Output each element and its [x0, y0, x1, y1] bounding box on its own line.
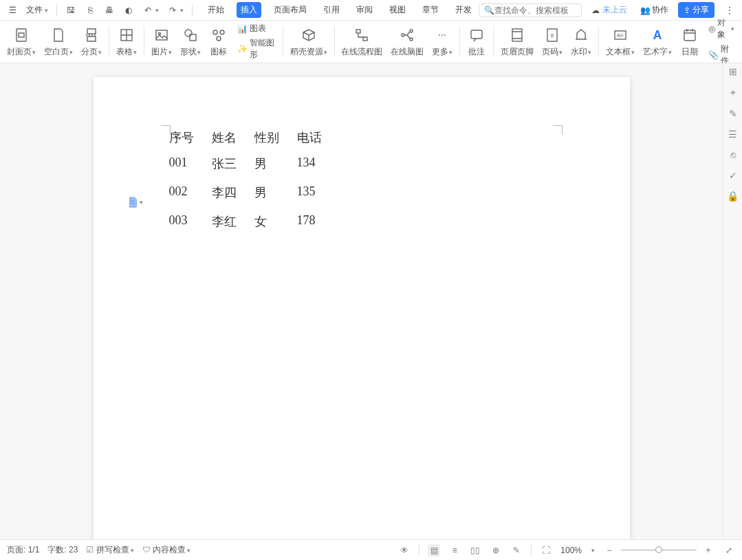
- comment-icon: [467, 25, 486, 45]
- side-tool-lock[interactable]: 🔒: [727, 191, 739, 202]
- redo-button[interactable]: ↷▾: [164, 3, 186, 17]
- pagenumber-button[interactable]: # 页码▾: [538, 21, 567, 63]
- tab-view[interactable]: 视图: [385, 2, 410, 18]
- textbox-icon: A≡: [611, 25, 630, 45]
- chart-label: 图表: [250, 23, 266, 34]
- shape-button[interactable]: 形状▾: [176, 21, 205, 63]
- document-page[interactable]: ▾ 序号 姓名 性别 电话 001 张三 男 134 002 李四: [94, 77, 630, 539]
- hamburger-menu[interactable]: ☰: [4, 3, 21, 17]
- shield-icon: 🛡: [142, 545, 151, 554]
- picture-button[interactable]: 图片▾: [147, 21, 176, 63]
- textbox-button[interactable]: A≡ 文本框▾: [602, 21, 639, 63]
- word-count[interactable]: 字数: 23: [47, 544, 78, 556]
- svg-point-14: [410, 38, 413, 41]
- side-tool-settings[interactable]: ⊞: [729, 66, 737, 77]
- saveas-button[interactable]: ⎘: [82, 3, 98, 17]
- side-tool-style[interactable]: ✎: [729, 108, 737, 119]
- divider: [109, 26, 109, 57]
- eye-mode-button[interactable]: 👁: [398, 544, 411, 557]
- fit-width-button[interactable]: ⛶: [540, 544, 552, 557]
- zoom-thumb[interactable]: [655, 546, 662, 553]
- chevron-down-icon: ▾: [140, 199, 143, 206]
- resource-button[interactable]: 稻壳资源▾: [286, 21, 331, 63]
- mindmap-button[interactable]: 在线脑图: [386, 21, 428, 63]
- page-break-button[interactable]: 分页▾: [77, 21, 106, 63]
- command-search[interactable]: 🔍: [479, 3, 582, 17]
- date-button[interactable]: 日期: [676, 21, 703, 63]
- side-tool-select[interactable]: ⌖: [730, 87, 736, 98]
- svg-rect-1: [19, 33, 24, 37]
- divider: [283, 26, 283, 57]
- headerfooter-button[interactable]: 页眉页脚: [497, 21, 538, 63]
- tab-review[interactable]: 审阅: [352, 2, 377, 18]
- blank-page-icon: [49, 25, 68, 45]
- fullscreen-button[interactable]: ⤢: [723, 544, 735, 557]
- comment-button[interactable]: 批注: [463, 21, 490, 63]
- chart-button[interactable]: 📊图表: [236, 22, 276, 35]
- search-input[interactable]: [494, 6, 570, 15]
- header-phone: 电话: [297, 129, 338, 146]
- view-reading-button[interactable]: ▯▯: [469, 544, 481, 557]
- file-menu[interactable]: 文件▾: [23, 3, 51, 17]
- cover-page-label: 封面页: [7, 47, 32, 56]
- print-button[interactable]: 🖶: [101, 3, 118, 17]
- cell-name: 李四: [212, 184, 243, 201]
- zoom-value[interactable]: 100%: [560, 546, 582, 555]
- svg-point-8: [220, 30, 224, 34]
- wordart-button[interactable]: A 艺术字▾: [639, 21, 676, 63]
- view-web-button[interactable]: ⊕: [490, 544, 502, 557]
- top-toolbar: ☰ 文件▾ 🖫 ⎘ 🖶 ◐ ↶▾ ↷▾ 开始 插入 页面布局 引用 审阅 视图 …: [0, 0, 742, 21]
- cloud-status[interactable]: ☁未上云: [587, 3, 630, 17]
- svg-rect-0: [17, 29, 26, 41]
- zoom-track[interactable]: [621, 549, 697, 551]
- zoom-in-button[interactable]: +: [702, 544, 714, 557]
- save-button[interactable]: 🖫: [63, 3, 79, 17]
- spellcheck-toggle[interactable]: ☑ 拼写检查▾: [86, 544, 133, 556]
- view-page-button[interactable]: ▤: [428, 544, 440, 557]
- table-icon: [117, 25, 136, 45]
- cell-gender: 男: [254, 184, 286, 201]
- page-indicator[interactable]: 页面: 1/1: [7, 544, 39, 556]
- pagenumber-icon: #: [543, 25, 562, 45]
- zoom-out-button[interactable]: −: [603, 544, 615, 557]
- object-button[interactable]: ◎对象▾: [707, 17, 736, 41]
- svg-text:#: #: [551, 32, 554, 39]
- blank-page-button[interactable]: 空白页▾: [40, 21, 77, 63]
- workspace: ▾ 序号 姓名 性别 电话 001 张三 男 134 002 李四: [0, 63, 742, 539]
- tab-page-layout[interactable]: 页面布局: [270, 2, 311, 18]
- view-outline-button[interactable]: ≡: [448, 544, 461, 557]
- more-menu[interactable]: ⋮: [721, 3, 738, 17]
- more-label: 更多: [432, 47, 448, 56]
- svg-point-7: [213, 30, 217, 34]
- flowchart-button[interactable]: 在线流程图: [337, 21, 386, 63]
- content-check-toggle[interactable]: 🛡 内容检查▾: [142, 544, 190, 556]
- wordart-label: 艺术字: [643, 47, 668, 56]
- watermark-button[interactable]: 水印▾: [567, 21, 596, 63]
- mindmap-icon: [397, 25, 417, 45]
- tab-references[interactable]: 引用: [319, 2, 344, 18]
- tab-section[interactable]: 章节: [418, 2, 443, 18]
- collab-button[interactable]: 👥协作: [637, 3, 671, 17]
- table-label: 表格: [116, 47, 133, 56]
- divider: [56, 4, 57, 17]
- side-tool-limit[interactable]: ⎋: [730, 149, 736, 160]
- icon-button[interactable]: 图标: [205, 21, 232, 63]
- side-tool-check[interactable]: ✓: [729, 170, 737, 181]
- side-tool-nav[interactable]: ☰: [728, 129, 737, 140]
- undo-button[interactable]: ↶▾: [140, 3, 162, 17]
- svg-rect-21: [684, 30, 695, 41]
- table-button[interactable]: 表格▾: [112, 21, 141, 63]
- document-canvas[interactable]: ▾ 序号 姓名 性别 电话 001 张三 男 134 002 李四: [0, 63, 723, 539]
- more-insert-button[interactable]: ⋯ 更多▾: [428, 21, 457, 63]
- tab-developer[interactable]: 开发: [451, 2, 476, 18]
- paragraph-layout-tag[interactable]: ▾: [128, 197, 143, 208]
- tab-insert[interactable]: 插入: [237, 2, 261, 18]
- share-button[interactable]: ⇪分享: [678, 2, 714, 18]
- zoom-slider[interactable]: − +: [603, 544, 714, 557]
- content-check-label: 内容检查: [153, 545, 186, 554]
- tab-start[interactable]: 开始: [204, 2, 228, 18]
- smartart-button[interactable]: ✨智能图形: [236, 36, 276, 61]
- view-draft-button[interactable]: ✎: [510, 544, 523, 557]
- print-preview-button[interactable]: ◐: [120, 3, 137, 17]
- cover-page-button[interactable]: 封面页▾: [3, 21, 40, 63]
